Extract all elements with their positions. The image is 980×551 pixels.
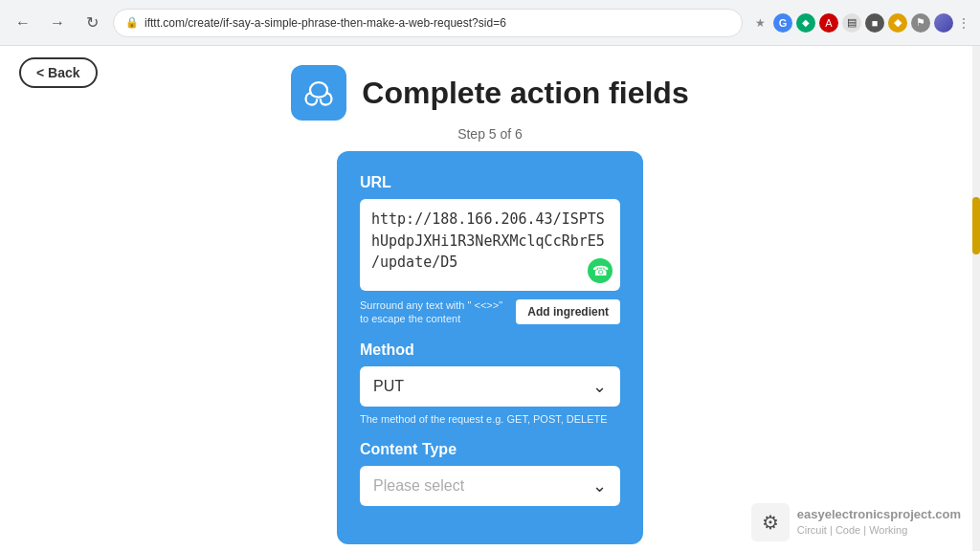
page-header: Complete action fields Step 5 of 6 bbox=[0, 46, 980, 151]
content-type-select[interactable]: Please select ⌄ bbox=[360, 466, 620, 506]
ext-icon-1: ◆ bbox=[796, 13, 815, 33]
method-field-group: Method PUT ⌄ The method of the request e… bbox=[360, 342, 620, 426]
browser-icons: ★ G ◆ A ▤ ■ ◆ ⚑ ⋮ bbox=[750, 13, 970, 33]
whatsapp-icon: ☎ bbox=[588, 258, 612, 283]
page-title: Complete action fields bbox=[362, 76, 688, 111]
scrollbar-thumb bbox=[972, 197, 980, 254]
watermark: ⚙ easyelectronicsproject.com Circuit | C… bbox=[751, 503, 961, 541]
page-content: < Back Complete action fields Step 5 of … bbox=[0, 46, 980, 551]
watermark-site: easyelectronicsproject.com bbox=[797, 506, 961, 523]
url-textarea-wrap: http://188.166.206.43/ISPTShUpdpJXHi1R3N… bbox=[360, 199, 620, 291]
method-value: PUT bbox=[373, 378, 404, 395]
form-card: URL http://188.166.206.43/ISPTShUpdpJXHi… bbox=[337, 151, 643, 544]
menu-dots[interactable]: ⋮ bbox=[957, 15, 970, 31]
add-ingredient-button[interactable]: Add ingredient bbox=[516, 299, 620, 324]
ifttt-logo bbox=[291, 65, 346, 121]
watermark-text: easyelectronicsproject.com Circuit | Cod… bbox=[797, 506, 961, 539]
watermark-logo: ⚙ bbox=[751, 503, 790, 541]
ext-icon-5: ◆ bbox=[888, 13, 907, 33]
header-top: Complete action fields bbox=[291, 65, 688, 121]
address-bar[interactable]: 🔒 ifttt.com/create/if-say-a-simple-phras… bbox=[113, 9, 743, 37]
star-icon[interactable]: ★ bbox=[750, 13, 769, 33]
url-input[interactable]: http://188.166.206.43/ISPTShUpdpJXHi1R3N… bbox=[371, 209, 609, 277]
back-button[interactable]: < Back bbox=[19, 57, 98, 88]
user-avatar[interactable] bbox=[934, 13, 953, 33]
url-hint: Surround any text with " <<>>" to escape… bbox=[360, 298, 508, 326]
method-label: Method bbox=[360, 342, 620, 359]
content-type-label: Content Type bbox=[360, 441, 620, 458]
browser-chrome: ← → ↻ 🔒 ifttt.com/create/if-say-a-simple… bbox=[0, 0, 980, 46]
content-type-field-group: Content Type Please select ⌄ bbox=[360, 441, 620, 506]
chevron-down-icon: ⌄ bbox=[592, 376, 607, 397]
method-hint: The method of the request e.g. GET, POST… bbox=[360, 412, 620, 426]
forward-nav-btn[interactable]: → bbox=[44, 10, 71, 36]
method-select[interactable]: PUT ⌄ bbox=[360, 366, 620, 407]
ext-icon-4: ■ bbox=[865, 13, 884, 33]
url-field-group: URL http://188.166.206.43/ISPTShUpdpJXHi… bbox=[360, 174, 620, 326]
url-label: URL bbox=[360, 174, 620, 191]
watermark-tagline: Circuit | Code | Working bbox=[797, 523, 961, 538]
refresh-btn[interactable]: ↻ bbox=[78, 10, 105, 36]
step-indicator: Step 5 of 6 bbox=[457, 126, 523, 142]
lock-icon: 🔒 bbox=[125, 16, 139, 29]
ext-icon-3: ▤ bbox=[842, 13, 861, 33]
ext-icon-2: A bbox=[819, 13, 838, 33]
google-icon: G bbox=[773, 13, 792, 33]
ext-icon-6: ⚑ bbox=[911, 13, 930, 33]
scrollbar[interactable] bbox=[972, 46, 980, 551]
content-type-value: Please select bbox=[373, 477, 464, 495]
content-type-chevron-icon: ⌄ bbox=[592, 475, 607, 496]
back-nav-btn[interactable]: ← bbox=[10, 10, 36, 36]
url-hint-row: Surround any text with " <<>>" to escape… bbox=[360, 298, 620, 326]
address-text: ifttt.com/create/if-say-a-simple-phrase-… bbox=[145, 16, 730, 30]
